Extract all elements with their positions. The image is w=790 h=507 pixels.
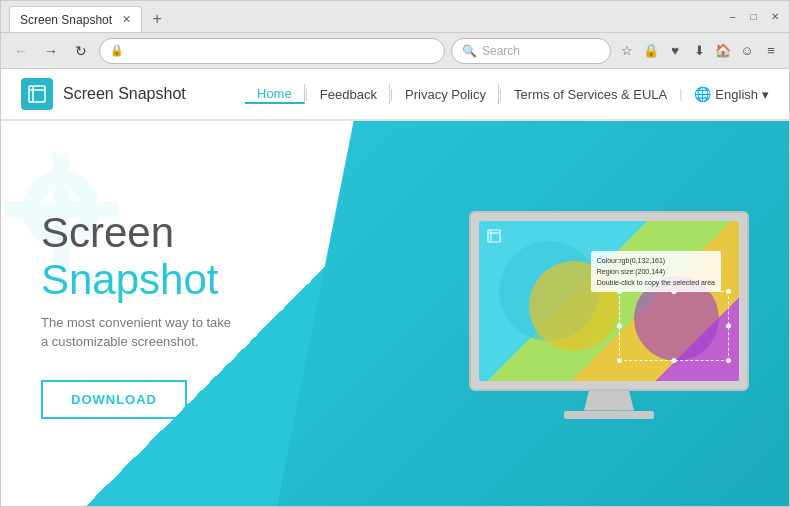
hero-text: Screen Snapshot The most convenient way … — [41, 210, 231, 418]
handle-bl — [617, 358, 622, 363]
handle-br — [726, 358, 731, 363]
logo-icon — [21, 78, 53, 110]
monitor-screen: Colour:rgb(0,132,161) Region size:(200,1… — [479, 221, 739, 381]
monitor-illustration: Colour:rgb(0,132,161) Region size:(200,1… — [469, 211, 749, 419]
nav-privacy[interactable]: Privacy Policy — [393, 84, 499, 104]
handle-tm — [672, 289, 677, 294]
screen-tooltip: Colour:rgb(0,132,161) Region size:(200,1… — [591, 251, 721, 293]
site-header: Screen Snapshot Home | Feedback | Privac… — [1, 69, 789, 121]
toolbar-icons: ☆ 🔒 ♥ ⬇ 🏠 ☺ ≡ — [617, 41, 781, 61]
menu-icon[interactable]: ≡ — [761, 41, 781, 61]
handle-ml — [617, 323, 622, 328]
minimize-button[interactable]: – — [726, 10, 739, 23]
page-content: Screen Snapshot Home | Feedback | Privac… — [1, 69, 789, 506]
globe-icon: 🌐 — [694, 86, 711, 102]
back-button[interactable]: ← — [9, 39, 33, 63]
hero-title-line2: Snapshot — [41, 257, 231, 303]
handle-mr — [726, 323, 731, 328]
lang-label: English — [715, 87, 758, 102]
maximize-button[interactable]: □ — [747, 10, 760, 23]
lang-arrow-icon: ▾ — [762, 87, 769, 102]
forward-button[interactable]: → — [39, 39, 63, 63]
svg-rect-0 — [29, 86, 45, 102]
nav-home[interactable]: Home — [245, 84, 305, 104]
nav-terms[interactable]: Terms of Services & EULA — [502, 84, 679, 104]
hero-title-line1: Screen — [41, 210, 231, 256]
hero-subtitle: The most convenient way to take a custom… — [41, 313, 231, 352]
hero-section: ⌖ ⌖ Screen Snapshot The most convenient … — [1, 121, 789, 506]
svg-rect-3 — [488, 230, 500, 242]
tab-area: Screen Snapshot ✕ + — [9, 1, 718, 32]
download-button[interactable]: DOWNLOAD — [41, 380, 187, 419]
handle-tl — [617, 289, 622, 294]
download-icon[interactable]: ⬇ — [689, 41, 709, 61]
address-bar[interactable]: 🔒 — [99, 38, 445, 64]
monitor-screen-outer: Colour:rgb(0,132,161) Region size:(200,1… — [469, 211, 749, 391]
logo-text: Screen Snapshot — [63, 85, 186, 103]
monitor: Colour:rgb(0,132,161) Region size:(200,1… — [469, 211, 749, 419]
tab-title: Screen Snapshot — [20, 13, 112, 27]
new-tab-button[interactable]: + — [146, 8, 168, 30]
site-nav: Home | Feedback | Privacy Policy | Terms… — [245, 84, 769, 104]
bookmark-icon[interactable]: ☆ — [617, 41, 637, 61]
handle-tr — [726, 289, 731, 294]
smiley-icon[interactable]: ☺ — [737, 41, 757, 61]
language-selector[interactable]: 🌐 English ▾ — [682, 86, 769, 102]
screen-crop-icon — [487, 229, 501, 246]
search-area[interactable]: 🔍 Search — [451, 38, 611, 64]
tooltip-line3: Double-click to copy the selected area — [597, 277, 715, 288]
title-bar: Screen Snapshot ✕ + – □ ✕ — [1, 1, 789, 33]
tooltip-line2: Region size:(200,144) — [597, 266, 715, 277]
window-controls: – □ ✕ — [726, 10, 781, 23]
lock-icon: 🔒 — [110, 44, 124, 57]
close-button[interactable]: ✕ — [768, 10, 781, 23]
tooltip-line1: Colour:rgb(0,132,161) — [597, 255, 715, 266]
selection-box — [619, 291, 729, 361]
nav-feedback[interactable]: Feedback — [308, 84, 390, 104]
nav-bar: ← → ↻ 🔒 🔍 Search ☆ 🔒 ♥ ⬇ 🏠 ☺ ≡ — [1, 33, 789, 69]
home-icon[interactable]: 🏠 — [713, 41, 733, 61]
browser-window: Screen Snapshot ✕ + – □ ✕ ← → ↻ 🔒 🔍 Sear… — [0, 0, 790, 507]
search-icon: 🔍 — [462, 44, 477, 58]
handle-bm — [672, 358, 677, 363]
site-logo: Screen Snapshot — [21, 78, 186, 110]
monitor-stand — [584, 391, 634, 411]
monitor-base — [564, 411, 654, 419]
heart-icon[interactable]: ♥ — [665, 41, 685, 61]
refresh-button[interactable]: ↻ — [69, 39, 93, 63]
active-tab[interactable]: Screen Snapshot ✕ — [9, 6, 142, 32]
search-placeholder: Search — [482, 44, 520, 58]
tab-close-btn[interactable]: ✕ — [122, 13, 131, 26]
shield-icon[interactable]: 🔒 — [641, 41, 661, 61]
